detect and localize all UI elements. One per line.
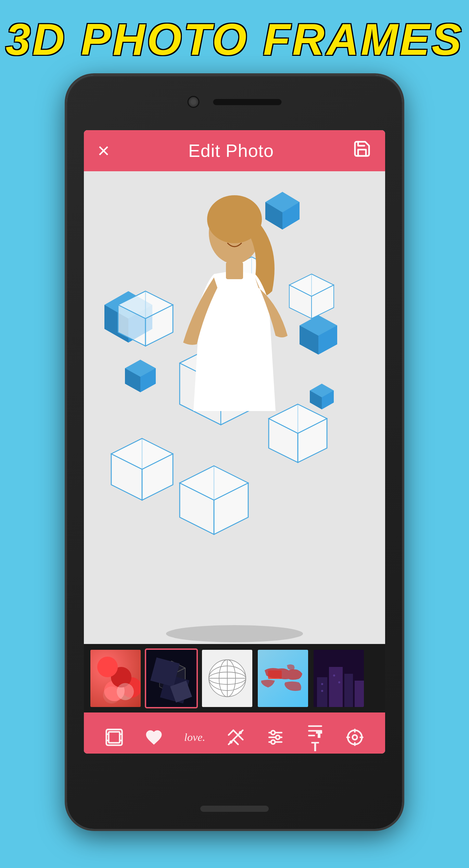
- svg-line-108: [228, 730, 233, 735]
- svg-point-97: [321, 683, 323, 685]
- phone-body: × Edit Photo: [67, 75, 402, 829]
- svg-rect-94: [329, 667, 343, 707]
- svg-line-83: [160, 680, 166, 683]
- phone-camera: [188, 96, 200, 108]
- svg-point-112: [240, 732, 241, 733]
- tool-text[interactable]: T T: [306, 721, 325, 753]
- frames-icon: [105, 728, 124, 747]
- close-button[interactable]: ×: [98, 140, 110, 161]
- svg-point-99: [333, 674, 335, 677]
- love-text-icon: love.: [184, 731, 205, 744]
- text-icon: T: [306, 721, 325, 740]
- svg-rect-74: [226, 262, 243, 279]
- tool-magic[interactable]: [226, 728, 245, 747]
- svg-point-100: [338, 681, 340, 683]
- svg-line-78: [158, 668, 172, 675]
- phone-home-button[interactable]: [200, 806, 269, 812]
- tool-love-text[interactable]: love.: [184, 731, 205, 744]
- photo-area: [84, 171, 385, 644]
- tool-adjust[interactable]: [266, 728, 285, 747]
- svg-point-122: [353, 735, 357, 740]
- stickers-icon: [144, 728, 163, 747]
- frame-thumbnail-1[interactable]: [89, 648, 142, 708]
- header-title: Edit Photo: [188, 140, 274, 161]
- tool-frames[interactable]: [105, 728, 124, 747]
- svg-rect-93: [317, 677, 327, 707]
- svg-rect-96: [355, 681, 364, 707]
- svg-point-117: [271, 731, 275, 734]
- phone-top-bar: [188, 96, 282, 108]
- svg-point-118: [276, 735, 279, 739]
- frame-thumbnail-4[interactable]: [256, 648, 309, 708]
- phone-screen: × Edit Photo: [84, 130, 385, 754]
- save-icon: [353, 139, 371, 158]
- app-title: 3D PHOTO FRAMES: [0, 14, 469, 65]
- frame-thumbnail-2[interactable]: [145, 648, 198, 708]
- svg-rect-102: [109, 732, 119, 743]
- phone-speaker: [213, 99, 282, 105]
- focus-icon: [345, 728, 364, 747]
- magic-icon: [226, 728, 245, 747]
- frame-thumbnail-5[interactable]: [312, 648, 365, 708]
- cube-art-svg: [84, 171, 385, 644]
- adjust-icon: [266, 728, 285, 747]
- phone-frame: × Edit Photo: [67, 75, 402, 829]
- svg-line-109: [233, 740, 238, 744]
- svg-point-113: [230, 741, 232, 743]
- svg-point-119: [271, 740, 275, 744]
- header-bar: × Edit Photo: [84, 130, 385, 171]
- save-button[interactable]: [353, 139, 371, 162]
- tools-strip: love.: [84, 712, 385, 754]
- svg-rect-95: [344, 674, 353, 707]
- svg-point-98: [321, 690, 323, 692]
- svg-point-75: [166, 625, 303, 642]
- svg-text:T: T: [317, 730, 321, 739]
- svg-line-84: [166, 680, 173, 683]
- tool-stickers[interactable]: [144, 728, 163, 747]
- frame-thumbnail-3[interactable]: [201, 648, 254, 708]
- frames-strip: [84, 644, 385, 712]
- tool-focus[interactable]: [345, 728, 364, 747]
